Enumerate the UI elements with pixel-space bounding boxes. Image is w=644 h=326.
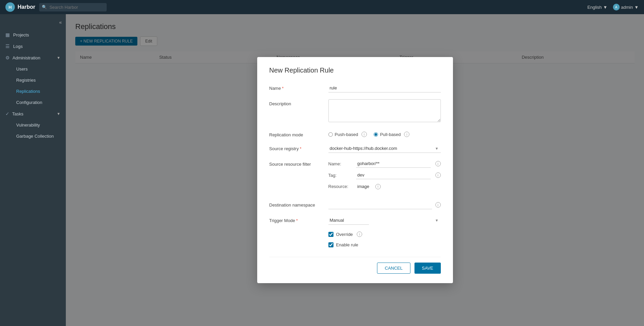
description-label: Description — [269, 99, 328, 106]
form-row-source-registry: Source registry* docker-hub-https://hub.… — [269, 144, 441, 153]
tasks-icon: ✓ — [5, 111, 9, 116]
sidebar-item-label: Replications — [16, 89, 40, 94]
source-registry-select[interactable]: docker-hub-https://hub.docker.com — [328, 144, 441, 153]
sidebar-item-users[interactable]: Users — [5, 63, 66, 75]
push-based-info-icon[interactable]: i — [361, 132, 367, 137]
pull-based-option[interactable]: Pull-based i — [374, 132, 409, 137]
destination-namespace-input[interactable] — [328, 200, 432, 209]
logo[interactable]: H Harbor — [5, 2, 35, 12]
required-marker: * — [300, 146, 301, 151]
enable-rule-label[interactable]: Enable rule — [336, 242, 358, 247]
filter-tag-info-icon[interactable]: i — [435, 172, 441, 178]
sidebar-item-registries[interactable]: Registries — [5, 75, 66, 86]
projects-icon: ▦ — [5, 32, 10, 37]
filter-grid: Name: i Tag: i Resource: image i — [328, 160, 441, 194]
filter-resource-info-icon[interactable]: i — [375, 184, 381, 189]
sidebar-item-configuration[interactable]: Configuration — [5, 97, 66, 108]
sidebar-section-label: Administration — [12, 55, 40, 60]
sidebar-sub-administration: Users Registries Replications Configurat… — [0, 63, 66, 108]
replication-mode-field: Push-based i Pull-based i — [328, 130, 441, 137]
form-row-description: Description — [269, 99, 441, 124]
language-selector[interactable]: English ▼ — [587, 5, 608, 10]
replication-mode-label: Replication mode — [269, 130, 328, 137]
required-marker: * — [296, 218, 298, 223]
override-info-icon[interactable]: i — [357, 232, 362, 237]
push-based-label: Push-based — [335, 132, 358, 137]
push-based-option[interactable]: Push-based i — [328, 132, 367, 137]
logo-text: Harbor — [18, 4, 35, 10]
filter-name-label: Name: — [328, 161, 353, 166]
search-input[interactable] — [39, 3, 107, 11]
trigger-mode-label: Trigger Mode* — [269, 216, 328, 223]
trigger-mode-select[interactable]: Manual Scheduled Event Based — [328, 216, 369, 225]
sidebar-item-label: Users — [16, 66, 28, 72]
sidebar-collapse-button[interactable]: « — [0, 18, 66, 29]
modal-footer: CANCEL SAVE — [269, 257, 441, 274]
user-menu[interactable]: A admin ▼ — [613, 4, 639, 10]
sidebar-item-label: Vulnerability — [16, 123, 40, 128]
filter-resource-value: image — [356, 183, 371, 190]
enable-rule-row: Enable rule — [269, 242, 441, 247]
sidebar-section-tasks[interactable]: ✓ Tasks ▼ — [0, 108, 66, 119]
sidebar-item-vulnerability[interactable]: Vulnerability — [5, 119, 66, 131]
sidebar-item-label: Configuration — [16, 100, 42, 105]
modal-title: New Replication Rule — [269, 66, 441, 74]
sidebar-item-replications[interactable]: Replications — [5, 86, 66, 97]
filter-resource-label: Resource: — [328, 184, 353, 189]
filter-name-info-icon[interactable]: i — [435, 161, 441, 166]
enable-rule-checkbox[interactable] — [328, 242, 333, 247]
form-row-destination-namespace: Destination namespace i — [269, 200, 441, 209]
avatar: A — [613, 4, 620, 10]
name-input[interactable] — [328, 84, 441, 92]
destination-namespace-info-icon[interactable]: i — [435, 202, 441, 208]
description-field — [328, 99, 441, 124]
sidebar-item-label: Projects — [13, 32, 29, 37]
search-icon: 🔍 — [42, 5, 47, 9]
cancel-button[interactable]: CANCEL — [377, 263, 410, 274]
app-layout: « ▦ Projects ☰ Logs ⚙ Administration ▼ U… — [0, 14, 644, 326]
filter-tag-label: Tag: — [328, 173, 353, 178]
pull-based-radio[interactable] — [374, 132, 378, 137]
override-label[interactable]: Override — [336, 232, 353, 237]
sidebar-item-garbage-collection[interactable]: Garbage Collection — [5, 131, 66, 142]
pull-based-info-icon[interactable]: i — [404, 132, 409, 137]
chevron-down-icon: ▼ — [435, 218, 439, 222]
override-checkbox[interactable] — [328, 232, 333, 237]
chevron-down-icon: ▼ — [634, 5, 639, 10]
logo-icon: H — [5, 2, 15, 12]
filter-row-name: Name: i — [328, 160, 441, 168]
search-wrap: 🔍 — [39, 3, 107, 11]
source-registry-field: docker-hub-https://hub.docker.com ▼ — [328, 144, 441, 153]
replication-mode-radio-group: Push-based i Pull-based i — [328, 130, 441, 137]
form-row-name: Name* — [269, 84, 441, 92]
sidebar-section-administration[interactable]: ⚙ Administration ▼ — [0, 52, 66, 63]
push-based-radio[interactable] — [328, 132, 333, 137]
sidebar-item-label: Logs — [13, 44, 23, 49]
modal-overlay: New Replication Rule Name* Description — [66, 14, 644, 326]
sidebar-item-projects[interactable]: ▦ Projects — [0, 29, 66, 40]
destination-namespace-wrap: i — [328, 200, 441, 209]
destination-namespace-label: Destination namespace — [269, 200, 328, 208]
topnav: H Harbor 🔍 English ▼ A admin ▼ — [0, 0, 644, 14]
filter-tag-input[interactable] — [356, 171, 431, 179]
sidebar-item-label: Garbage Collection — [16, 134, 54, 139]
chevron-down-icon: ▼ — [57, 112, 60, 116]
save-button[interactable]: SAVE — [414, 263, 441, 274]
administration-icon: ⚙ — [5, 55, 10, 60]
description-input[interactable] — [328, 99, 441, 122]
trigger-mode-field: Manual Scheduled Event Based ▼ — [328, 216, 441, 225]
sidebar-item-label: Registries — [16, 78, 36, 83]
source-registry-label: Source registry* — [269, 144, 328, 151]
sidebar: « ▦ Projects ☰ Logs ⚙ Administration ▼ U… — [0, 14, 66, 326]
name-field — [328, 84, 441, 92]
filter-row-tag: Tag: i — [328, 171, 441, 179]
sidebar-section-label: Tasks — [12, 111, 23, 116]
filter-name-input[interactable] — [356, 160, 431, 168]
logs-icon: ☰ — [5, 44, 10, 49]
sidebar-item-logs[interactable]: ☰ Logs — [0, 40, 66, 52]
new-replication-rule-modal: New Replication Rule Name* Description — [257, 57, 453, 283]
form-row-replication-mode: Replication mode Push-based i Pull-based — [269, 130, 441, 137]
language-label: English — [587, 5, 602, 10]
sidebar-sub-tasks: Vulnerability Garbage Collection — [0, 119, 66, 142]
form-row-source-resource-filter: Source resource filter Name: i Tag: i — [269, 160, 441, 194]
